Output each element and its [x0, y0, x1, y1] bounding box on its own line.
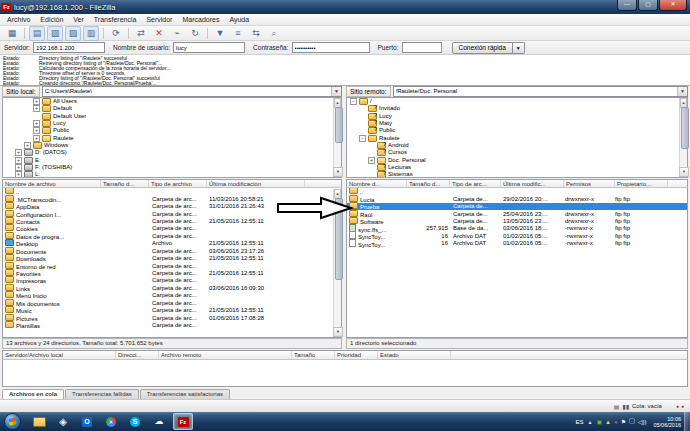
menu-item-transferencia[interactable]: Transferencia	[89, 14, 142, 26]
local-tree-item[interactable]: +E:	[3, 156, 341, 163]
local-table-row[interactable]: PlantillasCarpeta de arc...	[3, 322, 341, 329]
cancel-icon[interactable]: ✕	[151, 26, 167, 41]
local-tree-item[interactable]: +L:	[3, 171, 341, 178]
local-tree-toggle-icon[interactable]: ▧	[47, 26, 63, 41]
local-tree-item[interactable]: +Public	[3, 127, 341, 134]
disconnect-icon[interactable]: ⌁	[169, 26, 185, 41]
tray-gdrive-icon[interactable]: ▲	[605, 419, 611, 425]
tree-expander-icon[interactable]: −	[350, 98, 357, 105]
local-tree-item[interactable]: +Raulete	[3, 134, 341, 141]
local-tree-item[interactable]: +D: (DATOS)	[3, 149, 341, 156]
queue-toggle-icon[interactable]: ▥	[83, 26, 99, 41]
local-tree-scrollbar[interactable]: ▲ ▼	[333, 98, 341, 177]
remote-tree-item[interactable]: +Lecturas	[347, 164, 687, 171]
column-header[interactable]: Nombre de archivo	[3, 180, 101, 187]
chevron-down-icon[interactable]: ▼	[677, 87, 687, 96]
column-header[interactable]: Direcci...	[116, 351, 159, 359]
quickconnect-button[interactable]: Conexión rápida	[452, 42, 513, 54]
taskbar-item-outlook[interactable]: O	[77, 413, 97, 430]
remote-site-combobox[interactable]: /Raulete/Doc. Personal ▼	[393, 86, 689, 97]
password-input[interactable]	[292, 42, 370, 53]
tray-sync-icon[interactable]: ▣	[596, 418, 602, 425]
taskbar-item-onedrive[interactable]: ☁	[149, 413, 169, 430]
compare-icon[interactable]: ≡	[230, 26, 246, 41]
column-header[interactable]: Última modificación	[207, 180, 305, 187]
menu-item-servidor[interactable]: Servidor	[141, 14, 177, 26]
menu-item-ayuda[interactable]: Ayuda	[224, 14, 254, 26]
tree-expander-icon[interactable]: +	[33, 105, 40, 112]
process-queue-icon[interactable]: ⇄	[133, 26, 149, 41]
username-input[interactable]	[173, 42, 245, 53]
maximize-button[interactable]: ▢	[638, 0, 658, 11]
local-tree-item[interactable]: +Default User	[3, 113, 341, 120]
remote-tree-item[interactable]: −/	[347, 98, 687, 105]
remote-tree-item[interactable]: +Maty	[347, 120, 687, 127]
chevron-down-icon[interactable]: ▼	[331, 87, 341, 96]
message-log-toggle-icon[interactable]: ▤	[29, 26, 45, 41]
remote-tree-item[interactable]: +Android	[347, 142, 687, 149]
site-manager-icon[interactable]: ▦	[4, 26, 20, 41]
column-header[interactable]: Propietario...	[615, 180, 668, 187]
tree-expander-icon[interactable]: +	[15, 149, 22, 156]
port-input[interactable]	[402, 42, 442, 53]
action-center-flag-icon[interactable]: ⚑	[621, 418, 626, 425]
menu-item-ver[interactable]: Ver	[68, 14, 89, 26]
column-header[interactable]: Tamaño d...	[101, 180, 149, 187]
find-icon[interactable]: ⌕	[266, 26, 282, 41]
remote-table-row[interactable]: SyncToy...16Archivo DAT01/02/2016 05:...…	[347, 240, 687, 247]
remote-tree-item[interactable]: +Public	[347, 127, 687, 134]
tree-expander-icon[interactable]: +	[33, 98, 40, 105]
column-header[interactable]: Archivo remoto	[159, 351, 292, 359]
tree-expander-icon[interactable]: +	[15, 171, 22, 178]
close-button[interactable]: ✕	[659, 0, 687, 11]
menu-item-archivo[interactable]: Archivo	[2, 14, 35, 26]
tree-expander-icon[interactable]: −	[359, 135, 366, 142]
show-hidden-icons-button[interactable]: ▲	[587, 419, 592, 425]
reconnect-icon[interactable]: ↻	[187, 26, 203, 41]
remote-tree-item[interactable]: +Doc. Personal	[347, 156, 687, 163]
remote-tree-item[interactable]: +Lucy	[347, 113, 687, 120]
column-header[interactable]: Prioridad	[335, 351, 378, 359]
taskbar-item-explorer[interactable]	[29, 413, 49, 430]
filter-icon[interactable]: ▼	[212, 26, 228, 41]
tree-expander-icon[interactable]: +	[24, 142, 31, 149]
refresh-icon[interactable]: ⟳	[108, 26, 124, 41]
tree-expander-icon[interactable]: +	[33, 135, 40, 142]
menu-item-marcadores[interactable]: Marcadores	[177, 14, 224, 26]
tree-expander-icon[interactable]: +	[33, 120, 40, 127]
quickconnect-dropdown-icon[interactable]: ▼	[513, 42, 525, 54]
tree-expander-icon[interactable]: +	[15, 157, 22, 164]
remote-tree-item[interactable]: −Raulete	[347, 134, 687, 141]
show-desktop-button[interactable]	[684, 412, 690, 431]
local-tree-item[interactable]: +Lucy	[3, 120, 341, 127]
remote-tree-item[interactable]: +Cursos	[347, 149, 687, 156]
local-tree-item[interactable]: +Windows	[3, 142, 341, 149]
taskbar-item-filezilla[interactable]: Fz	[173, 413, 193, 430]
start-button[interactable]	[4, 413, 21, 430]
menu-item-edición[interactable]: Edición	[35, 14, 68, 26]
tree-expander-icon[interactable]: +	[368, 157, 375, 164]
column-header[interactable]: Permisos	[564, 180, 615, 187]
local-list-scrollbar[interactable]: ▲ ▼	[333, 189, 341, 337]
remote-tree-item[interactable]: +Sistemas	[347, 171, 687, 178]
taskbar-item-kodi[interactable]: ◈	[53, 413, 73, 430]
column-header[interactable]: Tipo de archivo	[149, 180, 207, 187]
column-header[interactable]: Servidor/Archivo local	[3, 351, 116, 359]
volume-icon[interactable]: ◁))	[638, 418, 647, 425]
local-tree-item[interactable]: +Default	[3, 105, 341, 112]
network-icon[interactable]: 🖵	[629, 418, 635, 425]
tray-mail-icon[interactable]: ●	[614, 419, 618, 425]
column-header[interactable]: Estado	[378, 351, 451, 359]
tree-expander-icon[interactable]: +	[15, 164, 22, 171]
column-header[interactable]: Tipo de arc...	[450, 180, 501, 187]
taskbar-item-chrome[interactable]	[101, 413, 121, 430]
local-tree-item[interactable]: +F: (TOSHIBA)	[3, 164, 341, 171]
remote-tree-scrollbar[interactable]: ▲ ▼	[679, 98, 687, 177]
tree-expander-icon[interactable]: +	[33, 127, 40, 134]
queue-tab-transferencias-fallidas[interactable]: Transferencias fallidas	[65, 389, 139, 399]
local-tree-item[interactable]: +All Users	[3, 98, 341, 105]
queue-tab-transferencias-satisfactorias[interactable]: Transferencias satisfactorias	[140, 389, 230, 399]
minimize-button[interactable]: —	[617, 0, 637, 11]
local-site-combobox[interactable]: C:\Users\Raulete\ ▼	[42, 86, 342, 97]
server-input[interactable]	[33, 42, 105, 53]
